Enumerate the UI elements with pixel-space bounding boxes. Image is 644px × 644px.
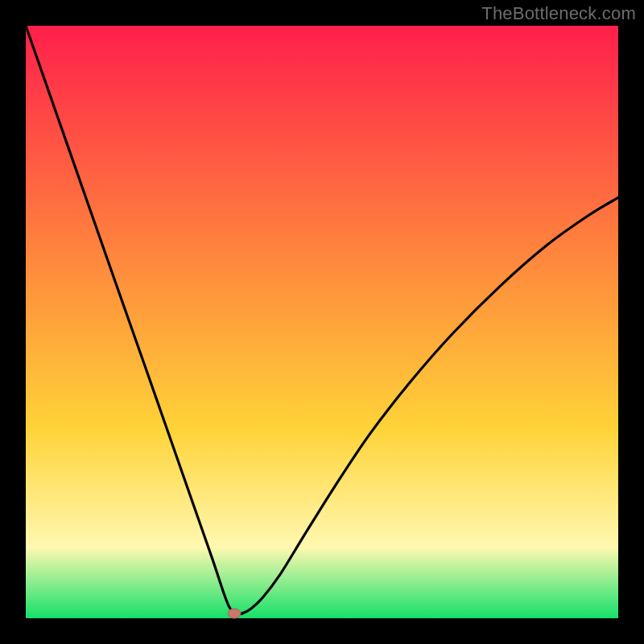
plot-gradient-bg [26, 26, 618, 618]
optimum-marker [228, 609, 241, 618]
chart-frame: { "watermark": "TheBottleneck.com", "col… [0, 0, 644, 644]
bottleneck-chart [0, 0, 644, 644]
watermark-text: TheBottleneck.com [481, 3, 636, 24]
